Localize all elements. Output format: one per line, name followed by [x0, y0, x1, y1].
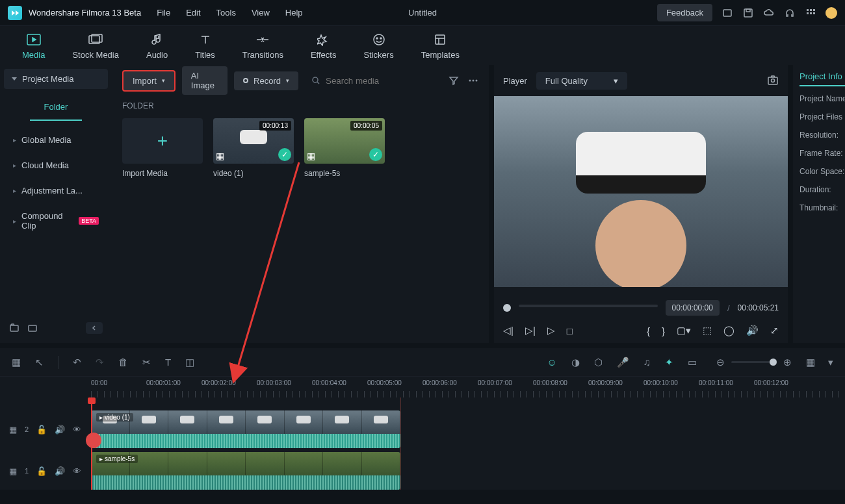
user-avatar[interactable] [826, 7, 837, 19]
search-box[interactable] [305, 71, 442, 90]
sidebar-item-compound-clip[interactable]: Compound ClipBETA [4, 205, 108, 237]
folder-heading: FOLDER [122, 96, 478, 118]
chevron-down-icon: ▾ [614, 76, 618, 86]
split-icon[interactable]: ✂ [142, 357, 151, 368]
mark-in-icon[interactable]: { [647, 325, 650, 336]
camera-icon[interactable]: ◯ [723, 325, 734, 336]
cloud-icon[interactable] [763, 7, 775, 19]
media-sidebar: Project Media Folder Global Media Cloud … [0, 65, 112, 343]
sidebar-item-adjustment-layer[interactable]: Adjustment La... [4, 179, 108, 202]
ai-face-icon[interactable]: ☺ [547, 357, 556, 368]
apps-icon[interactable] [805, 7, 816, 19]
svg-rect-0 [723, 10, 731, 16]
svg-point-21 [473, 80, 474, 82]
tab-stock-media[interactable]: Stock Media [72, 32, 119, 60]
svg-rect-16 [436, 35, 445, 44]
folder-icon[interactable] [27, 323, 38, 333]
caption-icon[interactable]: ▭ [688, 357, 697, 368]
tab-titles[interactable]: Titles [195, 32, 215, 60]
filter-icon[interactable] [448, 75, 459, 86]
new-folder-icon[interactable] [9, 323, 20, 333]
undo-icon[interactable]: ↶ [73, 357, 81, 368]
sidebar-item-cloud-media[interactable]: Cloud Media [4, 154, 108, 177]
delete-icon[interactable]: 🗑 [118, 357, 128, 368]
display-icon[interactable]: ⬚ [703, 325, 712, 336]
redo-icon[interactable]: ↷ [96, 357, 104, 368]
fullscreen-icon[interactable]: ⤢ [770, 325, 779, 336]
info-panel: Project Info Project Name Project Files … [793, 65, 845, 343]
sidebar-item-global-media[interactable]: Global Media [4, 129, 108, 151]
clip-sample[interactable]: ▸sample-5s [91, 452, 400, 490]
timeline-ruler[interactable]: 00:00 00:00:01:00 00:00:02:00 00:00:03:0… [0, 377, 845, 397]
svg-point-13 [374, 34, 384, 45]
tab-transitions[interactable]: Transitions [242, 32, 283, 60]
zoom-in-icon[interactable]: ⊕ [783, 357, 792, 368]
save-icon[interactable] [742, 7, 754, 19]
aspect-icon[interactable]: ▢▾ [677, 325, 691, 336]
collapse-sidebar-button[interactable] [86, 322, 103, 334]
film-icon: ▦ [307, 151, 315, 161]
info-frame-rate: Frame Rate: [800, 149, 845, 158]
menu-edit[interactable]: Edit [186, 8, 200, 18]
zoom-out-icon[interactable]: ⊖ [716, 357, 725, 368]
mute-icon[interactable]: 🔊 [55, 466, 65, 476]
project-info-title[interactable]: Project Info [800, 71, 845, 86]
menu-tools[interactable]: Tools [216, 8, 236, 18]
menu-file[interactable]: File [157, 8, 170, 18]
scrub-track[interactable] [519, 305, 658, 307]
clip-video1[interactable]: ▸video (1) [91, 410, 400, 448]
chevron-down-icon: ▾ [162, 77, 165, 84]
menu-view[interactable]: View [252, 8, 270, 18]
titles-icon [199, 32, 212, 47]
preview-viewport[interactable] [494, 96, 788, 287]
media-thumb-video1[interactable]: 00:00:13▦✓ video (1) [213, 118, 294, 178]
quality-selector[interactable]: Full Quality▾ [536, 72, 627, 90]
play-icon[interactable]: ▷ [547, 325, 555, 336]
visibility-icon[interactable]: 👁 [73, 466, 81, 476]
tab-audio[interactable]: Audio [146, 32, 168, 60]
view-grid-icon[interactable]: ▦ [806, 357, 815, 368]
grid-icon[interactable]: ▦ [12, 357, 21, 368]
more-icon[interactable] [468, 75, 478, 86]
svg-rect-7 [810, 12, 812, 14]
tab-effects[interactable]: Effects [311, 32, 337, 60]
menu-help[interactable]: Help [285, 8, 303, 18]
music-icon[interactable]: ♫ [644, 357, 651, 368]
prev-frame-icon[interactable]: ◁| [503, 325, 514, 336]
stop-icon[interactable]: □ [567, 325, 573, 336]
film-icon: ▦ [216, 151, 224, 161]
layout-icon[interactable] [722, 7, 733, 19]
lock-icon[interactable]: 🔓 [36, 425, 47, 435]
play-backward-icon[interactable]: ▷| [525, 325, 536, 336]
visibility-icon[interactable]: 👁 [73, 425, 81, 435]
mark-out-icon[interactable]: } [662, 325, 665, 336]
tab-media[interactable]: Media [22, 32, 45, 60]
cursor-icon[interactable]: ↖ [35, 357, 44, 368]
ai-enhance-icon[interactable]: ✦ [665, 357, 673, 368]
check-icon: ✓ [369, 148, 382, 161]
playhead-dot[interactable] [503, 304, 511, 312]
search-input[interactable] [326, 76, 436, 86]
folder-tab[interactable]: Folder [30, 94, 82, 121]
volume-icon[interactable]: 🔊 [746, 325, 759, 336]
project-media-header[interactable]: Project Media [4, 69, 108, 89]
chevron-down-icon[interactable]: ▾ [828, 357, 833, 368]
tab-stickers[interactable]: Stickers [363, 32, 393, 60]
ai-image-button[interactable]: AI Image [182, 66, 228, 95]
record-button[interactable]: Record▾ [234, 71, 298, 90]
text-icon[interactable]: T [165, 357, 171, 368]
color-icon[interactable]: ◑ [571, 357, 580, 368]
tab-templates[interactable]: Templates [421, 32, 460, 60]
media-thumb-sample[interactable]: 00:00:05▦✓ sample-5s [304, 118, 385, 178]
mute-icon[interactable]: 🔊 [55, 425, 65, 435]
crop-icon[interactable]: ◫ [185, 357, 194, 368]
mic-icon[interactable]: 🎤 [617, 357, 629, 368]
snapshot-icon[interactable] [767, 75, 779, 86]
lock-icon[interactable]: 🔓 [36, 466, 47, 476]
feedback-button[interactable]: Feedback [657, 4, 712, 21]
import-media-tile[interactable]: + Import Media [122, 118, 203, 178]
shield-icon[interactable]: ⬡ [594, 357, 603, 368]
zoom-slider[interactable] [731, 361, 777, 363]
headphones-icon[interactable] [784, 7, 796, 19]
import-button[interactable]: Import▾ [122, 70, 176, 92]
